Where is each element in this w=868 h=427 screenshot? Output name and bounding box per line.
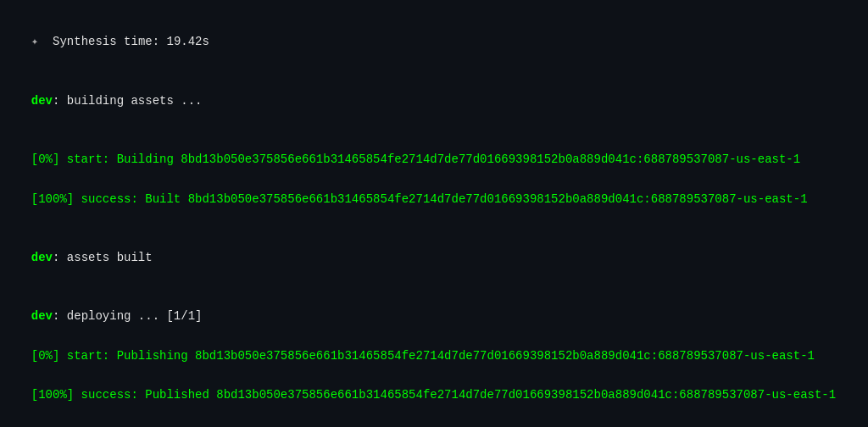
publish-success-line: [100%] success: Published 8bd13b050e3758… [17, 367, 851, 405]
build-start-line: [0%] start: Building 8bd13b050e375856e66… [17, 130, 851, 169]
dev-changeset-line: dev: creating CloudFormation changeset .… [17, 407, 851, 427]
build-success-line: [100%] success: Built 8bd13b050e375856e6… [17, 170, 851, 208]
dev-assets-line: dev: assets built [17, 229, 851, 267]
synthesis-line: ✦ Synthesis time: 19.42s [17, 14, 851, 52]
publish-start-line: [0%] start: Publishing 8bd13b050e375856e… [17, 327, 851, 365]
blank-line-4 [17, 269, 851, 287]
synthesis-icon: ✦ [31, 35, 53, 48]
blank-line-3 [17, 210, 851, 229]
blank-line-1 [17, 53, 851, 72]
dev-building-line: dev: building assets ... [17, 72, 851, 110]
dev-deploying-line: dev: deploying ... [1/1] [17, 287, 851, 325]
blank-line-2 [17, 112, 851, 130]
